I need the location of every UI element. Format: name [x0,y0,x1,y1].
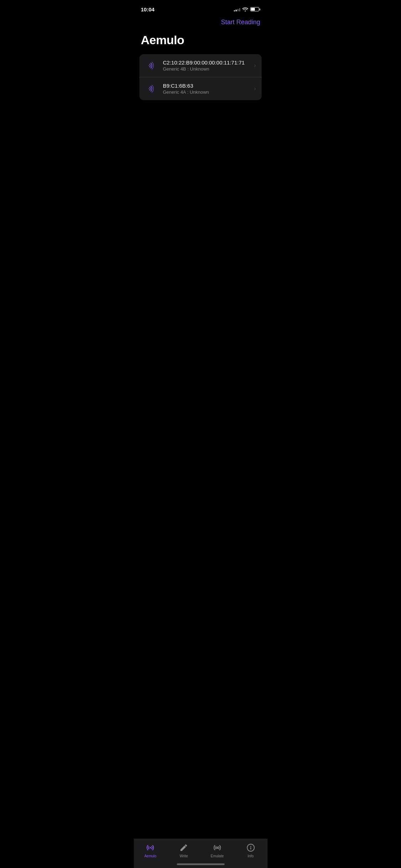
nav-bar: Start Reading [134,16,267,30]
wifi-icon [242,7,248,11]
device-item-1[interactable]: C2:10:22:B9:00:00:00:00:11:71:71 Generic… [139,54,262,77]
bluetooth-signal-icon-2 [145,82,158,95]
start-reading-button[interactable]: Start Reading [221,19,260,26]
device-list: C2:10:22:B9:00:00:00:00:11:71:71 Generic… [139,54,262,100]
status-bar: 10:04 [134,0,267,16]
device-address-2: B9:C1:6B:63 [163,83,249,89]
page-title: Aemulo [134,30,267,54]
chevron-right-icon-2: › [254,86,256,92]
battery-icon [250,7,260,11]
device-info-2: B9:C1:6B:63 Generic 4A : Unknown [163,83,249,95]
device-type-2: Generic 4A : Unknown [163,89,249,95]
signal-icon [234,7,240,11]
device-address-1: C2:10:22:B9:00:00:00:00:11:71:71 [163,60,249,66]
svg-point-0 [148,65,149,66]
status-icons [234,7,260,11]
device-item-2[interactable]: B9:C1:6B:63 Generic 4A : Unknown › [139,77,262,100]
device-info-1: C2:10:22:B9:00:00:00:00:11:71:71 Generic… [163,60,249,72]
device-type-1: Generic 4B : Unknown [163,66,249,72]
status-time: 10:04 [141,6,154,12]
svg-point-1 [148,88,149,89]
bluetooth-signal-icon-1 [145,59,158,72]
chevron-right-icon-1: › [254,62,256,69]
